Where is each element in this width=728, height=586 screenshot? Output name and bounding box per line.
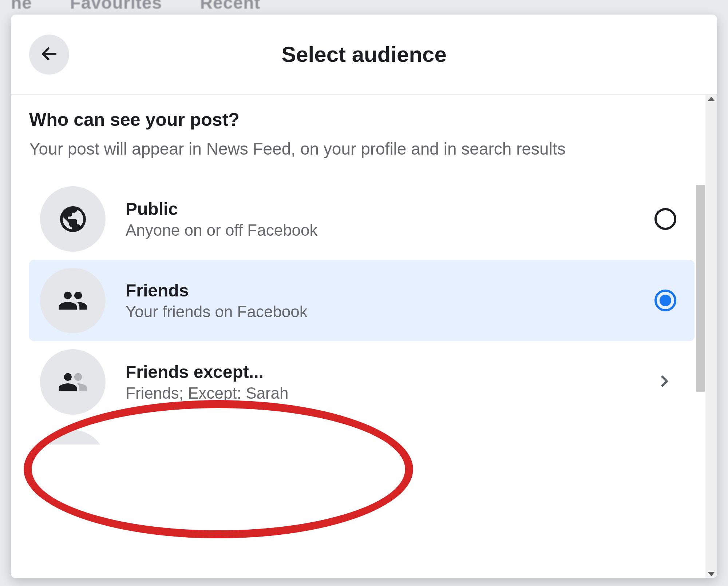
radio-checked[interactable]: [654, 290, 676, 311]
option-subtitle: Your friends on Facebook: [126, 303, 654, 321]
scroll-up-icon[interactable]: [708, 97, 715, 101]
audience-option-partial[interactable]: [29, 423, 695, 445]
audience-option-public[interactable]: Public Anyone on or off Facebook: [29, 178, 695, 260]
globe-icon: [40, 186, 106, 252]
scrollbar-thumb[interactable]: [696, 185, 705, 392]
select-audience-modal: Select audience Who can see your post? Y…: [11, 15, 717, 578]
friends-icon: [40, 268, 106, 333]
section-heading: Who can see your post?: [29, 109, 695, 130]
option-title: Friends: [126, 280, 654, 300]
option-title: Public: [126, 199, 654, 219]
radio-unchecked[interactable]: [654, 208, 676, 230]
modal-title: Select audience: [281, 42, 447, 67]
scroll-content: Who can see your post? Your post will ap…: [11, 95, 705, 578]
option-text: Public Anyone on or off Facebook: [126, 199, 654, 239]
option-text: Friends Your friends on Facebook: [126, 280, 654, 321]
friends-except-icon: [40, 349, 106, 415]
option-title: Friends except...: [126, 362, 655, 382]
scroll-down-icon[interactable]: [708, 572, 715, 576]
modal-body: Who can see your post? Your post will ap…: [11, 95, 717, 578]
scrollbar[interactable]: [705, 95, 717, 578]
section-description: Your post will appear in News Feed, on y…: [29, 137, 648, 160]
chevron-right-icon: [655, 372, 673, 391]
back-button[interactable]: [29, 35, 69, 75]
option-subtitle: Friends; Except: Sarah: [126, 384, 655, 402]
option-subtitle: Anyone on or off Facebook: [126, 221, 654, 239]
audience-option-friends-except[interactable]: Friends except... Friends; Except: Sarah: [29, 341, 695, 423]
option-icon-placeholder: [40, 430, 106, 445]
option-text: Friends except... Friends; Except: Sarah: [126, 362, 655, 402]
background-tabs: ne Favourites Recent: [0, 0, 728, 13]
arrow-left-icon: [40, 44, 59, 65]
modal-header: Select audience: [11, 15, 717, 95]
audience-option-friends[interactable]: Friends Your friends on Facebook: [29, 260, 695, 341]
